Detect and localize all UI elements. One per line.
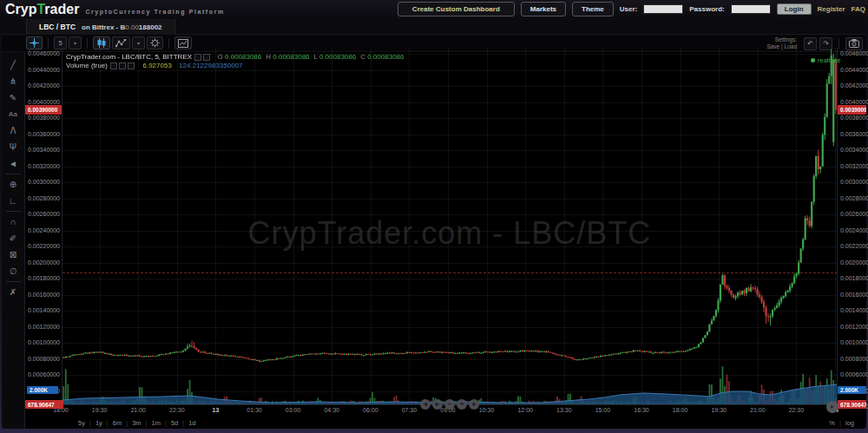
legend-close-icon[interactable]: · <box>128 62 135 69</box>
range-1y[interactable]: 1y <box>95 419 102 427</box>
faq-link[interactable]: FAQ <box>852 5 865 13</box>
trend-line-icon[interactable]: ╱ <box>4 56 23 73</box>
price-axis-label: 0.00460000 <box>840 50 868 56</box>
toolbar-separator <box>87 38 88 49</box>
range-3m[interactable]: 3m <box>132 419 141 427</box>
price-axis-label: 0.00120000 <box>28 324 60 330</box>
chevron-down-icon: ▾ <box>74 40 76 46</box>
pair-label: LBC / BTC <box>39 23 76 31</box>
price-axis-label: 0.00220000 <box>28 243 60 249</box>
price-axis-label: 0.00380000 <box>840 115 868 121</box>
compare-chart-icon <box>178 39 188 48</box>
time-axis-label: 01:30 <box>247 407 262 413</box>
price-axis-label: 0.00120000 <box>840 324 868 330</box>
scroll-left-button[interactable]: ◂ <box>420 399 431 410</box>
legend-toggle-icon[interactable]: · <box>194 54 201 61</box>
selector-separator: | <box>165 419 167 427</box>
legend-volume-row: Volume (true) ··· 6.927053 124.212298335… <box>66 62 404 70</box>
create-dashboard-button[interactable]: Create Custom Dashboard <box>398 2 515 16</box>
price-axis-label: 0.00220000 <box>840 243 868 249</box>
tab-lbc-btc[interactable]: LBC / BTC on Bittrex - B0.00188002 <box>26 19 175 35</box>
markets-button[interactable]: Markets <box>521 2 566 16</box>
price-axis-label: 0.00240000 <box>840 227 868 233</box>
price-axis-label: 0.00340000 <box>840 147 868 153</box>
selector-separator: | <box>146 419 148 427</box>
time-axis-label: 21:00 <box>130 407 146 413</box>
range-1m[interactable]: 1m <box>152 419 161 427</box>
magnet-icon[interactable]: ∩ <box>4 213 23 230</box>
price-axis-label: 0.00460000 <box>28 50 60 56</box>
time-axis-label: 15:00 <box>595 407 611 413</box>
zoom-out-button[interactable]: − <box>444 399 455 410</box>
selector-separator: | <box>107 419 108 427</box>
range-5y[interactable]: 5y <box>78 419 85 427</box>
price-axis-label: 0.00240000 <box>28 227 60 233</box>
login-button[interactable]: Login <box>777 3 812 15</box>
hide-drawings-icon[interactable]: ∅ <box>4 263 23 279</box>
ohlc-value: 0.00083086 <box>271 53 310 61</box>
legend-settings-icon[interactable]: · <box>119 62 126 69</box>
price-axis-label: 0.00060000 <box>840 371 868 377</box>
arrow-icon[interactable]: ◄ <box>4 155 23 172</box>
exchange-label: on Bittrex - B0.00188002 <box>82 23 162 31</box>
register-link[interactable]: Register <box>818 5 845 13</box>
jump-to-realtime-button[interactable]: ▸ <box>826 401 838 413</box>
volume-value-badge: 678.90647 <box>25 400 63 409</box>
brush-icon[interactable]: ✎ <box>4 89 23 106</box>
price-axis-label: 0.00160000 <box>28 292 60 298</box>
zoom-in-button[interactable]: + <box>457 399 467 410</box>
volume-secondary-value: 124.2122983350007 <box>179 62 242 69</box>
time-axis-label: 10:30 <box>479 407 495 413</box>
volume-scale-badge: 2.000K <box>838 386 866 394</box>
time-axis-label: 13:30 <box>556 407 572 413</box>
time-axis-label: 13 <box>212 407 219 413</box>
current-price-badge: 0.00390000 <box>838 105 866 115</box>
chart-legend: CrypTrader.com - LBC/BTC, 5, BITTREX ·· … <box>66 53 404 70</box>
measure-icon[interactable]: ∟ <box>4 193 23 209</box>
candlestick-icon <box>96 38 107 48</box>
time-axis-label: 19:30 <box>92 407 108 413</box>
legend-title: CrypTrader.com - LBC/BTC, 5, BITTREX <box>66 53 192 61</box>
selector-separator: | <box>182 419 184 427</box>
realtime-indicator: realtime <box>811 56 841 64</box>
xabcd-pattern-icon[interactable]: Λ <box>4 122 23 139</box>
scale-log[interactable]: log <box>845 419 854 427</box>
volume-indicator-label: Volume (true) <box>66 62 108 69</box>
selector-separator: | <box>839 419 841 427</box>
scale-%[interactable]: % <box>829 419 835 427</box>
reset-view-button[interactable]: ● <box>469 399 479 410</box>
price-axis-label: 0.00260000 <box>840 211 868 217</box>
continuous-drawing-icon[interactable]: ✐ <box>4 230 23 246</box>
range-6m[interactable]: 6m <box>113 419 122 427</box>
text-icon[interactable]: Aa <box>4 106 23 122</box>
ohlc-value: 0.00083086 <box>223 53 262 61</box>
range-5d[interactable]: 5d <box>171 419 178 427</box>
volume-value: 6.927053 <box>143 62 172 69</box>
current-price-badge: 0.00390000 <box>25 105 62 115</box>
password-input[interactable] <box>731 4 771 14</box>
price-chart-canvas[interactable] <box>62 48 837 404</box>
price-axis-label: 0.00100000 <box>28 339 60 345</box>
time-axis-label: 03:00 <box>286 407 301 413</box>
time-axis-label: 07:30 <box>402 407 418 413</box>
price-axis-label: 0.00440000 <box>28 67 60 73</box>
legend-close-icon[interactable]: · <box>203 54 210 61</box>
legend-toggle-icon[interactable]: · <box>110 62 117 69</box>
time-axis-label: 19:30 <box>711 407 727 413</box>
elliott-wave-icon[interactable]: Ψ <box>4 139 23 155</box>
legend-series-row: CrypTrader.com - LBC/BTC, 5, BITTREX ·· … <box>66 53 404 62</box>
theme-button[interactable]: Theme <box>572 2 614 16</box>
price-axis-label: 0.00100000 <box>840 339 868 345</box>
time-axis-label: 22:30 <box>169 407 185 413</box>
price-axis-label: 0.00200000 <box>840 259 868 266</box>
user-input[interactable] <box>643 4 683 14</box>
zoom-icon[interactable]: ⊕ <box>4 176 23 193</box>
lock-drawings-icon[interactable]: ⊠ <box>4 246 23 263</box>
remove-drawings-icon[interactable]: ✗ <box>4 284 23 300</box>
chevron-down-icon: ▾ <box>137 40 140 46</box>
scroll-right-button[interactable]: ▸ <box>432 399 443 410</box>
scale-mode-selector: %|log <box>829 419 854 427</box>
range-1d[interactable]: 1d <box>188 419 195 427</box>
pitchfork-icon[interactable]: ⋔ <box>4 73 23 89</box>
time-axis-label: 16:30 <box>634 407 649 413</box>
